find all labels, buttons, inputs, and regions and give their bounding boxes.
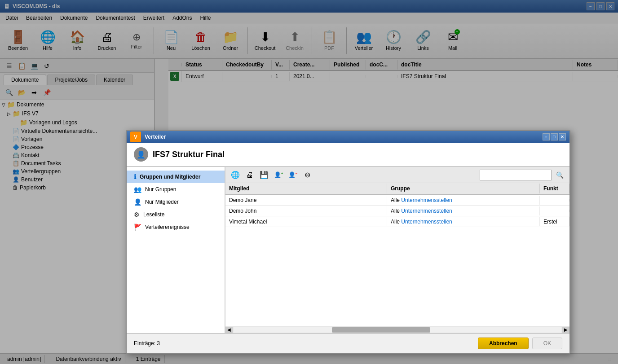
modal-table-row[interactable]: Demo Jane Alle Unternehmensstellen bbox=[225, 195, 569, 206]
modal-nav-leseliste[interactable]: ⚙ Leseliste bbox=[127, 208, 225, 221]
modal-row-gruppe-2: Alle Unternehmensstellen bbox=[387, 206, 540, 215]
modal-col-funkt-header: Funkt bbox=[540, 184, 569, 193]
modal-tool-add-user[interactable]: 👤+ bbox=[272, 169, 285, 181]
nav-icon-nur-gruppen: 👥 bbox=[134, 186, 141, 193]
modal-footer: Einträge: 3 Abbrechen OK bbox=[127, 333, 569, 353]
modal-row-mitglied-3: Vimetal Michael bbox=[225, 217, 387, 226]
modal-ok-button: OK bbox=[532, 338, 562, 349]
nav-icon-verteilerereignisse: 🚩 bbox=[134, 224, 141, 231]
modal-row-funkt-1 bbox=[540, 199, 569, 202]
modal-title-icon: V bbox=[130, 132, 141, 142]
modal-header-icon: 👤 bbox=[134, 147, 148, 162]
nav-label-verteilerereignisse: Verteilerereignisse bbox=[145, 224, 190, 230]
modal-tool-remove-user[interactable]: 👤− bbox=[287, 169, 299, 181]
modal-row-funkt-2 bbox=[540, 210, 569, 212]
modal-doc-title: IFS7 Struktur Final bbox=[153, 150, 225, 159]
modal-close[interactable]: ✕ bbox=[559, 133, 566, 140]
nav-label-nur-mitglieder: Nur Mitglieder bbox=[145, 199, 179, 205]
modal-row-gruppe-1: Alle Unternehmensstellen bbox=[387, 196, 540, 205]
modal-nav-gruppen-mitglieder[interactable]: ℹ Gruppen und Mitglieder bbox=[127, 171, 225, 183]
modal-minimize[interactable]: − bbox=[543, 133, 550, 140]
modal-titlebar-controls: − □ ✕ bbox=[543, 133, 566, 140]
hscroll-left[interactable]: ◀ bbox=[225, 327, 233, 333]
nav-icon-nur-mitglieder: 👤 bbox=[134, 198, 141, 206]
modal-table-header: Mitglied Gruppe Funkt bbox=[225, 183, 569, 195]
modal-row-mitglied-2: Demo John bbox=[225, 206, 387, 215]
modal-nav-nur-gruppen[interactable]: 👥 Nur Gruppen bbox=[127, 183, 225, 196]
modal-nav-verteilerereignisse[interactable]: 🚩 Verteilerereignisse bbox=[127, 221, 225, 233]
modal-col-gruppe-header: Gruppe bbox=[387, 184, 540, 193]
modal-tool-minus[interactable]: ⊖ bbox=[301, 169, 313, 181]
modal-search: 🔍 bbox=[480, 169, 566, 181]
modal-abbrechen-button[interactable]: Abbrechen bbox=[478, 338, 529, 349]
modal-table-body: Demo Jane Alle Unternehmensstellen Demo … bbox=[225, 195, 569, 326]
modal-content-toolbar: 🌐 🖨 💾 👤+ 👤− ⊖ 🔍 bbox=[225, 167, 569, 183]
modal-dialog: V Verteiler − □ ✕ 👤 IFS7 Struktur Final … bbox=[126, 130, 570, 354]
modal-title-area: V Verteiler bbox=[130, 132, 166, 142]
nav-icon-leseliste: ⚙ bbox=[134, 211, 140, 218]
modal-title-label: Verteiler bbox=[145, 134, 166, 140]
modal-col-mitglied-header: Mitglied bbox=[225, 184, 387, 193]
modal-table-row[interactable]: Vimetal Michael Alle Unternehmensstellen… bbox=[225, 216, 569, 227]
modal-maximize[interactable]: □ bbox=[551, 133, 558, 140]
modal-body: ℹ Gruppen und Mitglieder 👥 Nur Gruppen 👤… bbox=[127, 167, 569, 333]
modal-search-input[interactable] bbox=[480, 170, 552, 180]
hscroll-thumb[interactable] bbox=[332, 327, 430, 333]
modal-hscroll[interactable]: ◀ ▶ bbox=[225, 326, 569, 333]
nav-icon-gruppen: ℹ bbox=[134, 173, 136, 180]
modal-content: 🌐 🖨 💾 👤+ 👤− ⊖ 🔍 Mitglied Gruppe bbox=[225, 167, 569, 333]
modal-row-mitglied-1: Demo Jane bbox=[225, 196, 387, 205]
hscroll-right[interactable]: ▶ bbox=[562, 327, 569, 333]
modal-table-row[interactable]: Demo John Alle Unternehmensstellen bbox=[225, 206, 569, 216]
modal-tool-save[interactable]: 💾 bbox=[258, 169, 270, 181]
nav-label-gruppen: Gruppen und Mitglieder bbox=[140, 174, 200, 180]
nav-label-nur-gruppen: Nur Gruppen bbox=[145, 186, 176, 193]
modal-row-funkt-3: Erstel bbox=[540, 217, 569, 226]
hscroll-track bbox=[234, 327, 561, 333]
modal-titlebar: V Verteiler − □ ✕ bbox=[127, 131, 569, 143]
modal-tool-print[interactable]: 🖨 bbox=[243, 169, 256, 181]
modal-nav-nur-mitglieder[interactable]: 👤 Nur Mitglieder bbox=[127, 196, 225, 208]
modal-search-button[interactable]: 🔍 bbox=[553, 169, 566, 181]
modal-entries-label: Einträge: 3 bbox=[134, 340, 160, 346]
modal-header: 👤 IFS7 Struktur Final bbox=[127, 143, 569, 167]
modal-footer-btns: Abbrechen OK bbox=[478, 338, 562, 349]
modal-tool-globe[interactable]: 🌐 bbox=[229, 169, 242, 181]
modal-row-gruppe-3: Alle Unternehmensstellen bbox=[387, 217, 540, 226]
nav-label-leseliste: Leseliste bbox=[143, 211, 164, 218]
modal-sidebar: ℹ Gruppen und Mitglieder 👥 Nur Gruppen 👤… bbox=[127, 167, 225, 333]
